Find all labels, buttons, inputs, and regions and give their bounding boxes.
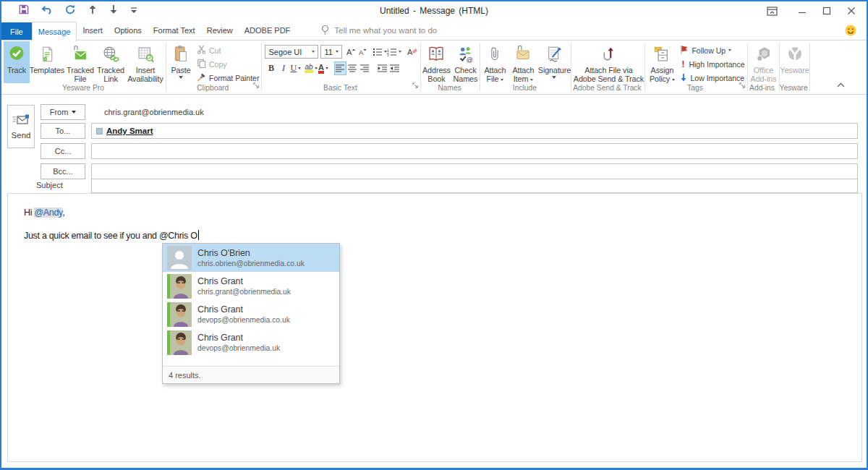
underline-button[interactable]: U [289,61,302,75]
copy-button[interactable]: Copy [195,57,261,71]
adobe-attach-button[interactable]: Attach File via Adobe Send & Track [572,41,644,83]
signature-button[interactable]: Signature [537,41,571,83]
attach-file-button[interactable]: Attach File [481,41,509,83]
low-importance-button[interactable]: Low Importance [678,71,746,85]
tracked-file-button[interactable]: Tracked File [64,41,96,83]
tab-options[interactable]: Options [109,20,148,40]
tab-adobe-pdf[interactable]: ADOBE PDF [239,20,297,40]
move-down-icon[interactable] [109,4,118,17]
attach-item-button[interactable]: Attach Item [509,41,537,83]
suggestion-row[interactable]: Chris O'Brienchris.obrien@obrienmedia.co… [163,244,339,272]
save-icon[interactable] [19,4,29,17]
address-book-button[interactable]: Address Book [422,41,451,83]
body-line-2: Just a quick email to see if you and @Ch… [24,229,861,242]
subject-field[interactable] [91,179,858,193]
text-cursor [198,230,199,240]
assign-policy-label: Assign Policy [646,66,678,83]
decrease-indent-button[interactable] [376,61,388,75]
cc-button[interactable]: Cc... [41,143,85,159]
tags-dialog-launcher-icon[interactable] [739,79,746,92]
feedback-smiley-icon[interactable] [845,20,856,40]
signature-caret [552,76,556,79]
insert-availability-button[interactable]: Insert Availability [125,41,166,83]
from-button[interactable]: From [41,104,85,120]
basic-text-dialog-launcher-icon[interactable] [412,79,419,92]
to-field[interactable]: Andy Smart [91,123,858,139]
bullets-button[interactable] [373,45,387,59]
bcc-button[interactable]: Bcc... [41,163,85,179]
to-button[interactable]: To... [41,123,85,139]
tab-message[interactable]: Message [32,22,77,41]
undo-icon[interactable] [41,4,53,17]
suggestion-row[interactable]: Chris Grantdevops@obrienmedia.uk [163,328,339,356]
message-body[interactable]: Hi @Andy, Just a quick email to see if y… [7,193,862,462]
follow-up-button[interactable]: Follow Up [678,43,746,57]
paste-icon [171,45,190,66]
italic-button[interactable]: I [277,61,289,75]
svg-text:3: 3 [387,54,389,56]
close-button[interactable] [839,1,864,20]
font-color-button[interactable]: A [318,61,330,75]
align-left-button[interactable] [334,61,346,75]
align-right-button[interactable] [359,61,371,75]
font-name-value: Segoe UI [268,48,302,56]
cut-button[interactable]: Cut [195,43,261,57]
tell-me-box[interactable]: Tell me what you want to do [320,20,437,40]
check-names-label: Check Names [451,66,480,83]
tab-format-text[interactable]: Format Text [148,20,201,40]
maximize-button[interactable] [814,1,839,20]
recipient-chip[interactable]: Andy Smart [96,127,153,135]
grow-font-button[interactable]: A [344,45,357,59]
track-button[interactable]: Track [4,41,30,83]
suggestion-row[interactable]: Chris Grantdevops@obrienmedia.co.uk [163,300,339,328]
suggestion-email: devops@obrienmedia.co.uk [197,315,290,325]
align-center-button[interactable] [346,61,359,75]
minimize-button[interactable] [790,1,814,20]
clear-formatting-button[interactable]: A [407,45,419,59]
cc-field[interactable] [91,143,858,159]
font-size-value: 11 [324,48,332,56]
yesware-button[interactable]: Yesware [780,41,809,83]
highlight-button[interactable]: ab [305,61,317,75]
suggestion-row[interactable]: Chris Grantchris.grant@obrienmedia.uk [163,272,339,300]
tab-review[interactable]: Review [201,20,239,40]
increase-indent-button[interactable] [388,61,401,75]
templates-button[interactable]: Templates [30,41,64,83]
collapse-ribbon-icon[interactable] [837,77,845,90]
numbering-button[interactable]: 123 [387,45,401,59]
send-button[interactable]: Send [7,105,35,148]
bold-button[interactable]: B [265,61,277,75]
paste-label: Paste [171,66,190,74]
redo-icon[interactable] [65,4,76,18]
clipboard-dialog-launcher-icon[interactable] [253,79,260,92]
ribbon-display-options-icon[interactable] [760,1,784,20]
follow-up-caret [728,49,731,51]
group-addins: Office Add-ins Add-ins [748,41,780,94]
popup-footer: 4 results. [163,366,339,383]
mention-andy[interactable]: @Andy [34,208,62,218]
shrink-font-button[interactable]: A [357,45,369,59]
customize-qat-icon[interactable] [130,4,137,17]
format-painter-button[interactable]: Format Painter [195,71,261,85]
tab-insert[interactable]: Insert [77,20,109,40]
paste-button[interactable]: Paste [167,41,195,85]
group-label-yesware: Yesware [780,84,807,93]
group-yesware: Yesware Yesware [780,41,810,94]
person-photo-avatar [167,330,192,355]
high-importance-icon: ! [680,59,686,69]
templates-label: Templates [30,66,64,74]
numbering-caret [399,51,401,53]
check-names-button[interactable]: @ Check Names [451,41,480,83]
low-importance-label: Low Importance [690,74,744,82]
bcc-field[interactable] [91,163,858,179]
move-up-icon[interactable] [88,4,97,17]
group-label-yesware-pro: Yesware Pro [3,84,163,93]
tab-file[interactable]: File [1,22,32,40]
tracked-link-button[interactable]: Tracked Link [96,41,125,83]
high-importance-button[interactable]: ! High Importance [678,57,746,71]
font-name-select[interactable]: Segoe UI [265,45,318,59]
font-size-select[interactable]: 11 [320,45,342,59]
assign-policy-button[interactable]: Assign Policy [646,41,678,85]
office-addins-button[interactable]: Office Add-ins [749,41,779,83]
person-photo-avatar [167,274,192,299]
